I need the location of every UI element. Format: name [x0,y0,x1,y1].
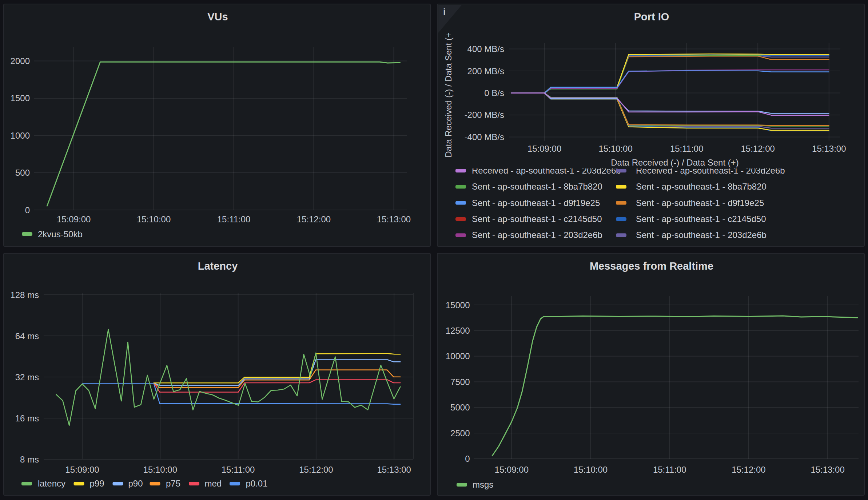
svg-text:Latency: Latency [198,260,238,272]
svg-text:400 MB/s: 400 MB/s [467,44,504,54]
svg-text:15:09:00: 15:09:00 [495,465,529,475]
svg-text:Sent - ap-southeast-1 - 203d2e: Sent - ap-southeast-1 - 203d2e6b [636,230,767,240]
svg-text:Sent - ap-southeast-1 - 203d2e: Sent - ap-southeast-1 - 203d2e6b [472,230,602,240]
svg-text:15:10:00: 15:10:00 [137,214,171,224]
svg-text:p75: p75 [166,479,180,488]
svg-text:15:09:00: 15:09:00 [65,465,99,475]
svg-text:15:09:00: 15:09:00 [57,214,91,224]
svg-text:i: i [443,7,445,17]
svg-text:p99: p99 [90,479,104,488]
svg-text:Sent - ap-southeast-1 - d9f19e: Sent - ap-southeast-1 - d9f19e25 [636,198,764,208]
svg-text:15:13:00: 15:13:00 [812,144,846,154]
svg-text:1000: 1000 [11,131,30,140]
svg-text:p90: p90 [128,479,143,488]
svg-text:16 ms: 16 ms [15,413,39,423]
svg-text:Sent - ap-southeast-1 - c2145d: Sent - ap-southeast-1 - c2145d50 [472,214,602,224]
svg-text:15:11:00: 15:11:00 [653,465,686,475]
svg-text:15:11:00: 15:11:00 [217,214,251,224]
svg-text:-400 MB/s: -400 MB/s [465,132,504,142]
svg-text:15:10:00: 15:10:00 [574,465,608,475]
svg-text:15:13:00: 15:13:00 [377,214,411,224]
svg-text:15:13:00: 15:13:00 [377,465,411,475]
svg-text:Sent - ap-southeast-1 - d9f19e: Sent - ap-southeast-1 - d9f19e25 [472,198,600,208]
svg-text:64 ms: 64 ms [15,331,39,341]
svg-text:med: med [205,479,222,488]
svg-text:15:12:00: 15:12:00 [299,465,333,475]
svg-text:2000: 2000 [11,56,30,66]
svg-text:VUs: VUs [207,11,228,23]
svg-text:5000: 5000 [450,402,470,412]
svg-text:latency: latency [38,479,65,488]
svg-text:-200 MB/s: -200 MB/s [465,110,504,120]
svg-text:15:09:00: 15:09:00 [527,144,561,154]
svg-text:msgs: msgs [473,480,493,489]
svg-text:Port IO: Port IO [634,11,669,23]
svg-text:15:12:00: 15:12:00 [297,214,331,224]
svg-text:p0.01: p0.01 [246,479,268,488]
svg-text:8 ms: 8 ms [20,455,39,464]
svg-text:15:13:00: 15:13:00 [811,465,844,475]
svg-text:0: 0 [25,205,30,215]
svg-text:Messages from Realtime: Messages from Realtime [590,260,713,272]
svg-text:15:10:00: 15:10:00 [143,465,177,475]
svg-text:7500: 7500 [450,377,470,387]
svg-text:Data Received (-) / Data Sent: Data Received (-) / Data Sent (+) [611,158,738,167]
svg-text:12500: 12500 [446,326,470,336]
svg-text:15:12:00: 15:12:00 [732,465,765,475]
svg-text:15:12:00: 15:12:00 [741,144,775,154]
svg-text:Sent - ap-southeast-1 - 8ba7b8: Sent - ap-southeast-1 - 8ba7b820 [636,182,767,191]
svg-text:10000: 10000 [446,351,470,361]
svg-text:Received - ap-southeast-1 - 20: Received - ap-southeast-1 - 203d2e6b [472,166,621,175]
svg-text:Sent - ap-southeast-1 - c2145d: Sent - ap-southeast-1 - c2145d50 [636,214,766,224]
svg-text:Data Received (-) / Data Sent: Data Received (-) / Data Sent (+ [443,32,453,157]
svg-text:0 B/s: 0 B/s [484,88,504,98]
svg-text:2kvus-50kb: 2kvus-50kb [38,229,83,239]
svg-text:15:10:00: 15:10:00 [598,144,632,154]
svg-text:Sent - ap-southeast-1 - 8ba7b8: Sent - ap-southeast-1 - 8ba7b820 [472,182,602,191]
svg-text:0: 0 [465,454,470,464]
svg-text:128 ms: 128 ms [10,290,39,300]
svg-text:2500: 2500 [450,428,470,438]
svg-text:15:11:00: 15:11:00 [222,465,255,475]
svg-text:200 MB/s: 200 MB/s [467,66,504,76]
svg-text:15:11:00: 15:11:00 [670,144,704,154]
svg-text:1500: 1500 [11,93,30,103]
svg-text:15000: 15000 [446,300,470,310]
svg-text:500: 500 [15,168,30,178]
svg-text:32 ms: 32 ms [15,372,39,382]
